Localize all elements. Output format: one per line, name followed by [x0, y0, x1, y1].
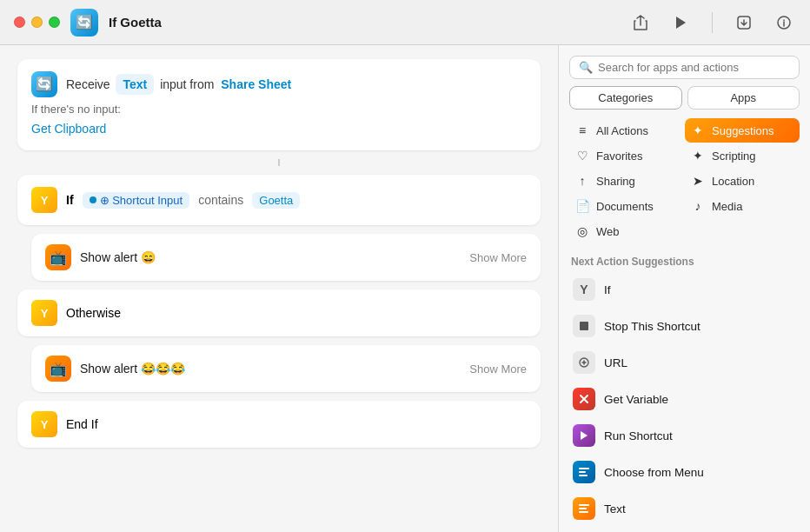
otherwise-card: Y Otherwise: [17, 289, 541, 336]
web-icon: ◎: [574, 224, 590, 238]
minimize-button[interactable]: [31, 17, 43, 28]
category-all-actions[interactable]: ≡ All Actions: [569, 118, 684, 143]
action-get-variable-icon: [573, 388, 595, 410]
action-stop-shortcut[interactable]: Stop This Shortcut: [566, 308, 803, 344]
svg-rect-9: [579, 511, 588, 513]
tabs-row: Categories Apps: [559, 86, 810, 118]
action-url-icon: [573, 351, 595, 374]
if-card: Y If ⊕ Shortcut Input contains Goetta: [17, 175, 541, 225]
category-location[interactable]: ➤ Location: [685, 169, 800, 193]
action-url[interactable]: URL: [566, 344, 803, 381]
search-bar: 🔍: [559, 45, 810, 86]
show-more-1-button[interactable]: Show More: [469, 251, 527, 264]
nested-true-block: 📺 Show alert 😄 Show More: [31, 234, 541, 281]
receive-icon: 🔄: [31, 71, 57, 97]
svg-rect-7: [579, 504, 589, 506]
action-run-shortcut-label: Run Shortcut: [604, 429, 673, 442]
alert-2-icon: 📺: [45, 356, 71, 382]
media-label: Media: [712, 200, 742, 213]
favorites-icon: ♡: [574, 149, 590, 163]
maximize-button[interactable]: [49, 17, 60, 28]
action-if-icon: Y: [573, 278, 595, 301]
action-choose-menu-label: Choose from Menu: [604, 466, 704, 479]
action-choose-menu-icon: [573, 461, 595, 483]
download-icon-button[interactable]: [732, 10, 756, 35]
no-input-label: If there's no input:: [31, 101, 527, 119]
category-sharing[interactable]: ↑ Sharing: [569, 169, 684, 193]
svg-rect-2: [580, 322, 588, 330]
action-if-label: If: [604, 283, 611, 296]
category-documents[interactable]: 📄 Documents: [569, 194, 684, 218]
web-label: Web: [596, 225, 620, 238]
action-run-shortcut[interactable]: Run Shortcut: [566, 417, 803, 454]
location-label: Location: [712, 175, 754, 188]
action-choose-from-menu[interactable]: Choose from Menu: [566, 454, 803, 490]
otherwise-label: Otherwise: [66, 306, 121, 320]
svg-rect-6: [579, 475, 588, 476]
titlebar-actions: [628, 10, 796, 35]
category-suggestions[interactable]: ✦ Suggestions: [685, 118, 800, 143]
all-actions-icon: ≡: [574, 123, 590, 137]
actions-panel: 🔍 Categories Apps ≡ All Actions ✦ Sugges…: [558, 45, 810, 532]
svg-rect-8: [579, 508, 587, 509]
window-title: If Goetta: [109, 15, 618, 30]
categories-grid: ≡ All Actions ✦ Suggestions ♡ Favorites …: [559, 118, 810, 250]
receive-card: 🔄 Receive Text input from Share Sheet If…: [17, 59, 541, 150]
show-alert-2-label: Show alert 😂😂😂: [80, 362, 469, 376]
action-get-variable-label: Get Variable: [604, 393, 668, 406]
app-icon: 🔄: [70, 9, 98, 37]
all-actions-label: All Actions: [596, 124, 648, 137]
text-tag[interactable]: Text: [116, 74, 154, 95]
tab-categories[interactable]: Categories: [569, 86, 682, 110]
action-text[interactable]: Text: [566, 490, 803, 527]
show-alert-1-card: 📺 Show alert 😄 Show More: [31, 234, 541, 281]
documents-icon: 📄: [574, 199, 590, 213]
divider-1: [278, 159, 280, 166]
share-sheet-link[interactable]: Share Sheet: [221, 77, 291, 91]
action-if[interactable]: Y If: [566, 271, 803, 308]
scripting-label: Scripting: [712, 150, 756, 163]
category-favorites[interactable]: ♡ Favorites: [569, 143, 684, 168]
share-button[interactable]: [628, 10, 653, 35]
tab-apps[interactable]: Apps: [687, 86, 800, 110]
end-if-label: End If: [66, 417, 98, 431]
nested-else-block: 📺 Show alert 😂😂😂 Show More: [31, 345, 541, 392]
if-label: If: [66, 193, 74, 207]
goetta-badge[interactable]: Goetta: [252, 192, 300, 209]
info-icon-button[interactable]: [772, 10, 796, 35]
suggestions-icon: ✦: [690, 123, 706, 137]
action-stop-icon: [573, 315, 595, 337]
workflow-panel: 🔄 Receive Text input from Share Sheet If…: [0, 45, 558, 532]
category-media[interactable]: ♪ Media: [685, 194, 800, 218]
if-icon: Y: [31, 187, 57, 213]
close-button[interactable]: [14, 17, 25, 28]
scripting-icon: ✦: [690, 149, 706, 163]
sharing-icon: ↑: [574, 174, 590, 188]
action-text-label: Text: [604, 502, 626, 515]
search-input[interactable]: [598, 61, 790, 74]
play-button[interactable]: [668, 10, 693, 35]
show-more-2-button[interactable]: Show More: [469, 362, 527, 376]
media-icon: ♪: [690, 199, 706, 213]
receive-text: Receive Text input from Share Sheet: [66, 74, 291, 95]
action-text-icon: [573, 497, 595, 520]
svg-rect-5: [579, 471, 586, 473]
show-alert-1-label: Show alert 😄: [80, 250, 469, 264]
titlebar: 🔄 If Goetta: [0, 0, 810, 45]
category-web[interactable]: ◎ Web: [569, 219, 684, 243]
search-input-wrap: 🔍: [569, 56, 800, 79]
end-if-card: Y End If: [17, 401, 541, 448]
get-clipboard-link[interactable]: Get Clipboard: [31, 119, 527, 138]
end-if-icon: Y: [31, 411, 57, 437]
favorites-label: Favorites: [596, 150, 642, 163]
action-url-label: URL: [604, 356, 627, 369]
category-scripting[interactable]: ✦ Scripting: [685, 143, 800, 168]
action-get-variable[interactable]: Get Variable: [566, 381, 803, 417]
shortcut-input-badge[interactable]: ⊕ Shortcut Input: [83, 192, 190, 209]
shortcut-dot: [90, 196, 96, 203]
action-run-shortcut-icon: [573, 424, 595, 447]
next-action-section-header: Next Action Suggestions: [559, 250, 810, 271]
action-dictionary[interactable]: Dictionary: [566, 527, 803, 532]
suggestions-label: Suggestions: [712, 124, 774, 137]
action-stop-label: Stop This Shortcut: [604, 320, 700, 333]
